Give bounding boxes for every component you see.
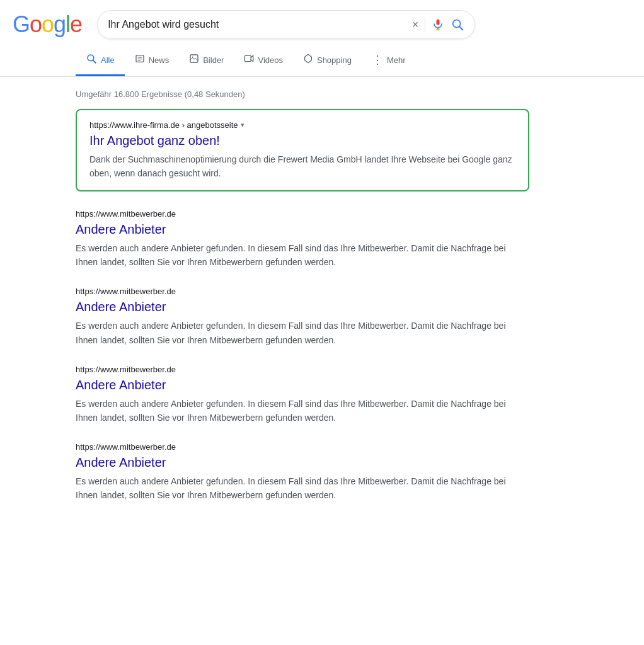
result-description-3: Es werden auch andere Anbieter gefunden.…	[76, 474, 529, 502]
result-item: https://www.mitbewerber.de Andere Anbiet…	[76, 209, 529, 269]
result-item: https://www.mitbewerber.de Andere Anbiet…	[76, 365, 529, 425]
google-logo[interactable]: G o o g l e	[13, 11, 82, 38]
tab-news[interactable]: News	[125, 46, 180, 76]
featured-result-title[interactable]: Ihr Angebot ganz oben!	[89, 132, 515, 149]
nav-tabs: Alle News Bilder	[0, 45, 644, 77]
tab-images-label: Bilder	[203, 55, 224, 65]
search-bar: Ihr Angebot wird gesucht ×	[97, 10, 475, 39]
result-item: https://www.mitbewerber.de Andere Anbiet…	[76, 442, 529, 502]
tab-videos-label: Videos	[258, 55, 283, 65]
result-url-1: https://www.mitbewerber.de	[76, 287, 529, 296]
clear-search-button[interactable]: ×	[412, 18, 419, 31]
svg-rect-13	[245, 55, 251, 61]
tab-images[interactable]: Bilder	[179, 46, 234, 76]
result-item: https://www.mitbewerber.de Andere Anbiet…	[76, 287, 529, 346]
search-submit-icon[interactable]	[451, 18, 464, 31]
logo-letter-l: l	[66, 11, 70, 38]
videos-tab-icon	[244, 54, 254, 66]
svg-line-6	[93, 60, 96, 63]
svg-rect-0	[437, 20, 440, 25]
tab-news-label: News	[149, 55, 170, 65]
result-url-text-3: https://www.mitbewerber.de	[76, 442, 176, 452]
search-divider	[425, 17, 425, 32]
result-title-2[interactable]: Andere Anbieter	[76, 377, 529, 393]
result-description-1: Es werden auch andere Anbieter gefunden.…	[76, 319, 529, 346]
result-title-0[interactable]: Andere Anbieter	[76, 221, 529, 237]
shopping-tab-icon	[303, 54, 313, 66]
logo-letter-e: e	[70, 11, 82, 38]
tab-shopping-label: Shopping	[317, 55, 352, 65]
featured-result: https://www.ihre-firma.de › angebotsseit…	[76, 109, 529, 191]
tab-shopping[interactable]: Shopping	[293, 46, 362, 76]
result-url-text-2: https://www.mitbewerber.de	[76, 365, 176, 374]
tab-more-label: Mehr	[387, 55, 406, 65]
result-url-text-0: https://www.mitbewerber.de	[76, 209, 176, 219]
featured-result-url: https://www.ihre-firma.de › angebotsseit…	[89, 120, 515, 130]
featured-result-description: Dank der Suchmaschinenoptimierung durch …	[89, 152, 515, 180]
search-tab-icon	[86, 53, 97, 67]
news-tab-icon	[135, 54, 145, 66]
result-title-1[interactable]: Andere Anbieter	[76, 299, 529, 315]
images-tab-icon	[189, 54, 199, 66]
svg-line-4	[459, 26, 463, 30]
tab-all-label: Alle	[101, 55, 115, 65]
logo-letter-g: G	[13, 11, 30, 38]
more-tab-icon: ⋮	[372, 53, 383, 67]
result-url-text-1: https://www.mitbewerber.de	[76, 287, 176, 296]
featured-url-text: https://www.ihre-firma.de › angebotsseit…	[89, 120, 238, 130]
tab-more[interactable]: ⋮ Mehr	[362, 45, 416, 76]
result-url-3: https://www.mitbewerber.de	[76, 442, 529, 452]
tab-all[interactable]: Alle	[76, 45, 125, 76]
regular-results-list: https://www.mitbewerber.de Andere Anbiet…	[76, 209, 529, 502]
logo-letter-o1: o	[30, 11, 42, 38]
result-title-3[interactable]: Andere Anbieter	[76, 454, 529, 471]
search-query: Ihr Angebot wird gesucht	[108, 19, 406, 30]
logo-letter-o2: o	[42, 11, 54, 38]
results-area: Umgefähr 16.800 Ergebnisse (0,48 Sekunde…	[0, 77, 542, 532]
header: G o o g l e Ihr Angebot wird gesucht ×	[0, 0, 644, 45]
tab-videos[interactable]: Videos	[234, 46, 293, 76]
mic-icon[interactable]	[432, 18, 444, 31]
results-stats: Umgefähr 16.800 Ergebnisse (0,48 Sekunde…	[76, 89, 529, 99]
result-url-2: https://www.mitbewerber.de	[76, 365, 529, 374]
result-description-2: Es werden auch andere Anbieter gefunden.…	[76, 397, 529, 425]
result-description-0: Es werden auch andere Anbieter gefunden.…	[76, 241, 529, 269]
search-icons: ×	[412, 17, 465, 32]
logo-letter-g2: g	[54, 11, 66, 38]
result-url-0: https://www.mitbewerber.de	[76, 209, 529, 219]
featured-url-dropdown-icon[interactable]: ▾	[241, 121, 244, 129]
